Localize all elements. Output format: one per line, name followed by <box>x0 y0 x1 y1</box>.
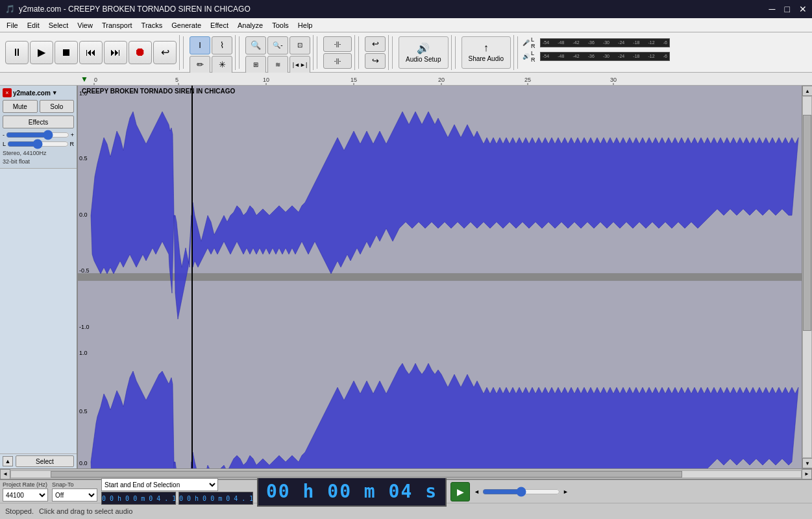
status-play-button[interactable]: ▶ <box>450 482 470 501</box>
track-controls: × y2mate.com ▼ Mute Solo Effects - + <box>0 86 78 468</box>
trim-audio-button[interactable]: -||- <box>323 36 352 52</box>
zoom-section: 🔍 🔍- ⊡ ⊞ ≋ |◄►| <box>243 35 314 70</box>
zoom-out-button[interactable]: 🔍- <box>267 36 288 54</box>
pan-l-label: L <box>3 141 6 147</box>
loop-button[interactable]: ↩ <box>153 41 177 64</box>
v-scroll-thumb[interactable] <box>803 115 811 332</box>
y-label-mid-bot: -0.5 <box>79 267 90 274</box>
trim-button[interactable]: |◄►| <box>289 56 310 74</box>
share-audio-section: ↑ Share Audio <box>459 35 515 70</box>
selection-type-select[interactable]: Start and End of Selection Start and Len… <box>101 478 218 491</box>
collapse-button[interactable]: ▲ <box>3 456 13 466</box>
v-scroll-track[interactable] <box>802 96 812 458</box>
menu-file[interactable]: File <box>3 21 22 30</box>
share-audio-button[interactable]: ↑ Share Audio <box>461 36 511 69</box>
menu-tools[interactable]: Tools <box>268 21 293 30</box>
selection-row: Start and End of Selection Start and Len… <box>101 478 253 491</box>
record-button[interactable]: ⏺ <box>129 41 152 64</box>
track-info: Stereo, 44100Hz 32-bit float <box>3 149 74 165</box>
waveform-svg[interactable]: 1.0 0.5 0.0 -0.5 -1.0 1.0 0.5 0.0 -0.5 -… <box>78 86 802 468</box>
h-scroll-left-button[interactable]: ◄ <box>0 469 10 479</box>
speed-slider[interactable] <box>482 487 560 497</box>
vertical-scrollbar[interactable]: ▲ ▼ <box>802 86 812 468</box>
y-label-top-2: 1.0 <box>79 350 88 356</box>
svg-text:5: 5 <box>175 77 178 83</box>
track-info-line2: 32-bit float <box>3 158 74 166</box>
y-label-zero-upper: 0.0 <box>79 211 88 218</box>
time-inputs-row <box>101 492 253 505</box>
menu-tracks[interactable]: Tracks <box>138 21 167 30</box>
v-scroll-up-button[interactable]: ▲ <box>802 86 812 96</box>
zoom-sel-button[interactable]: ⊡ <box>289 36 310 54</box>
volume-minus-label: - <box>3 132 5 138</box>
selection-end-input[interactable] <box>178 492 253 505</box>
h-scroll-track[interactable] <box>10 470 802 478</box>
tracks-container: × y2mate.com ▼ Mute Solo Effects - + <box>0 86 812 468</box>
v-scroll-down-button[interactable]: ▼ <box>802 458 812 468</box>
volume-slider[interactable] <box>6 131 69 139</box>
minimize-button[interactable]: ─ <box>769 4 776 14</box>
menu-bar: File Edit Select View Transport Tracks G… <box>0 18 812 32</box>
snap-to-select[interactable]: Off Bar Beat <box>52 489 97 501</box>
menu-select[interactable]: Select <box>45 21 73 30</box>
pan-slider[interactable] <box>7 140 68 148</box>
skip-back-button[interactable]: ⏮ <box>79 41 103 64</box>
solo-button[interactable]: Solo <box>40 100 75 113</box>
play-button[interactable]: ▶ <box>30 41 53 64</box>
time-display-value: 00 h 00 m 04 s <box>266 481 437 502</box>
menu-effect[interactable]: Effect <box>206 21 232 30</box>
status-bar-bottom: Stopped. Click and drag to select audio <box>0 503 812 519</box>
multitool-button[interactable]: ✳ <box>212 56 232 74</box>
track-area: ▼ 0 5 10 15 20 25 30 <box>0 73 812 479</box>
menu-view[interactable]: View <box>73 21 97 30</box>
stop-button[interactable]: ⏹ <box>55 41 78 64</box>
redo-button[interactable]: ↪ <box>365 53 386 69</box>
horizontal-scrollbar[interactable]: ◄ ► <box>0 468 812 479</box>
status-bar: Project Rate (Hz) 44100 48000 96000 Snap… <box>0 479 812 519</box>
y-label-zero-lower: 0.0 <box>79 460 88 466</box>
timeline-ruler: ▼ 0 5 10 15 20 25 30 <box>0 73 812 86</box>
envelope-tool-button[interactable]: ⌇ <box>212 36 232 54</box>
menu-transport[interactable]: Transport <box>98 21 136 30</box>
app-icon: 🎵 <box>5 5 15 14</box>
zoom-in-button[interactable]: 🔍 <box>245 36 266 54</box>
track-header: × y2mate.com ▼ Mute Solo Effects - + <box>0 86 77 169</box>
maximize-button[interactable]: □ <box>785 4 790 14</box>
h-scroll-right-button[interactable]: ► <box>802 469 812 479</box>
select-button[interactable]: Select <box>16 455 74 467</box>
track-dropdown-icon[interactable]: ▼ <box>52 90 58 96</box>
zoom-fit-button[interactable]: ⊞ <box>245 56 266 74</box>
cursor-line <box>191 86 193 468</box>
hint-label: Click and drag to select audio <box>39 507 132 515</box>
track-title-row: × y2mate.com ▼ <box>3 88 74 97</box>
waveform-area[interactable]: CREEPY BROKEN TORNADO SIREN IN CHICAGO 1… <box>78 86 802 468</box>
select-tool-button[interactable]: I <box>190 36 210 54</box>
silence-button[interactable]: -||- <box>323 53 352 69</box>
window-title: y2mate.com - CREEPY BROKEN TORNADO SIREN… <box>19 5 251 14</box>
selection-start-input[interactable] <box>101 492 176 505</box>
audio-setup-label: Audio Setup <box>406 56 441 63</box>
draw-tool-button[interactable]: ✏ <box>190 56 210 74</box>
speaker-icon: 🔊 <box>523 53 530 60</box>
transport-section: ⏸ ▶ ⏹ ⏮ ⏭ ⏺ ↩ <box>3 35 180 70</box>
project-rate-select[interactable]: 44100 48000 96000 <box>3 489 48 501</box>
toolbar: ⏸ ▶ ⏹ ⏮ ⏭ ⏺ ↩ I ⌇ ✏ ✳ 🔍 🔍- ⊡ ⊞ ≋ |◄►| -|… <box>0 32 812 73</box>
h-scroll-thumb[interactable] <box>51 471 683 477</box>
zoom-wave-button[interactable]: ≋ <box>267 56 288 74</box>
svg-text:20: 20 <box>438 77 445 83</box>
menu-help[interactable]: Help <box>294 21 317 30</box>
pause-button[interactable]: ⏸ <box>5 41 29 64</box>
mute-button[interactable]: Mute <box>3 100 38 113</box>
undo-button[interactable]: ↩ <box>365 36 386 52</box>
menu-generate[interactable]: Generate <box>167 21 205 30</box>
menu-edit[interactable]: Edit <box>23 21 43 30</box>
pan-r-label: R <box>70 141 75 147</box>
menu-analyze[interactable]: Analyze <box>234 21 267 30</box>
audio-setup-button[interactable]: 🔊 Audio Setup <box>399 36 449 69</box>
skip-forward-button[interactable]: ⏭ <box>104 41 127 64</box>
close-button[interactable]: ✕ <box>799 4 807 14</box>
snap-section: Snap-To Off Bar Beat <box>52 481 97 501</box>
svg-text:25: 25 <box>524 77 531 83</box>
track-close-button[interactable]: × <box>3 88 12 97</box>
effects-button[interactable]: Effects <box>3 115 74 128</box>
